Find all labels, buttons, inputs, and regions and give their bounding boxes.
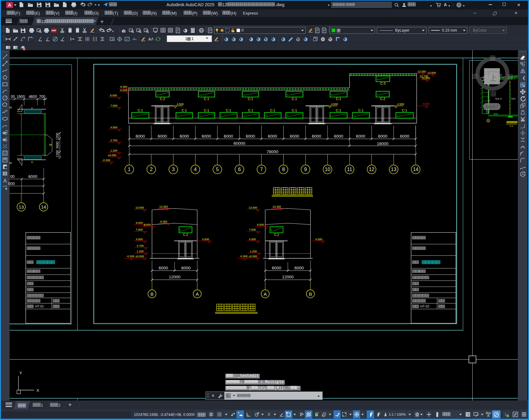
svg-text:-0.300: -0.300	[240, 255, 248, 258]
svg-text:±0.000: ±0.000	[249, 255, 257, 258]
svg-text:C.n: C.n	[510, 125, 513, 127]
svg-text:C-2: C-2	[380, 97, 385, 101]
svg-text:5: 5	[216, 167, 219, 172]
svg-text:13: 13	[19, 204, 24, 210]
svg-text:DWF: DWF	[51, 29, 57, 32]
svg-text:GJL-Z: GJL-Z	[495, 97, 502, 100]
svg-text:1200: 1200	[55, 133, 59, 140]
svg-text:13.350: 13.350	[272, 205, 281, 208]
svg-text:6000: 6000	[159, 266, 168, 270]
svg-text:6000: 6000	[272, 266, 281, 270]
svg-text:6000: 6000	[268, 134, 277, 139]
svg-text:6000: 6000	[312, 134, 321, 139]
svg-text:1: 1	[128, 167, 131, 172]
svg-text:14: 14	[413, 167, 418, 172]
svg-text:C: C	[31, 161, 33, 164]
svg-text:8: 8	[282, 167, 285, 172]
svg-text:HT-01: HT-01	[35, 304, 44, 308]
svg-text:M: M	[9, 161, 12, 165]
svg-text:6000: 6000	[294, 266, 304, 270]
svg-text:6000: 6000	[158, 134, 167, 139]
svg-text:A: A	[264, 291, 267, 297]
svg-text:6000: 6000	[334, 134, 343, 139]
svg-text:78000: 78000	[267, 149, 278, 154]
svg-text:6000: 6000	[356, 134, 365, 139]
svg-text:B: B	[150, 291, 153, 297]
svg-text:+: +	[313, 36, 315, 38]
svg-text:2.700: 2.700	[110, 139, 117, 142]
svg-text:A: A	[148, 37, 151, 42]
svg-text:8.500: 8.500	[257, 223, 264, 226]
svg-text:6000: 6000	[246, 134, 255, 139]
svg-text:4.500: 4.500	[110, 126, 117, 129]
svg-text:6000: 6000	[378, 134, 387, 139]
svg-text:9: 9	[304, 167, 307, 172]
svg-text:X: X	[37, 388, 39, 393]
svg-text:13.000: 13.000	[427, 71, 436, 74]
svg-text:C-1: C-1	[336, 108, 341, 112]
svg-text:6000: 6000	[202, 134, 211, 139]
svg-text:8.500: 8.500	[144, 223, 151, 226]
svg-text:8.500: 8.500	[120, 89, 127, 92]
svg-text:C-1: C-1	[204, 97, 209, 101]
svg-text:12: 12	[369, 167, 374, 172]
svg-text:M: M	[9, 106, 12, 109]
svg-text:C-1: C-1	[270, 108, 276, 112]
svg-text:4.500: 4.500	[249, 238, 256, 241]
svg-text:C-1: C-1	[182, 108, 187, 112]
svg-text:14: 14	[41, 204, 46, 210]
svg-text:4600: 4600	[29, 95, 37, 99]
svg-text:C-1: C-1	[248, 108, 253, 112]
svg-text:4.500: 4.500	[422, 102, 430, 105]
svg-text:7: 7	[260, 167, 263, 172]
svg-text:±0.000: ±0.000	[108, 154, 116, 157]
svg-text:C-2: C-2	[183, 233, 188, 237]
svg-text:2: 2	[150, 167, 153, 172]
svg-text:6000: 6000	[180, 134, 189, 139]
svg-text:6000: 6000	[136, 134, 145, 139]
svg-text:11: 11	[347, 167, 352, 172]
svg-text:00: 00	[11, 95, 15, 99]
svg-text:4.500: 4.500	[397, 103, 404, 106]
svg-text:Y: Y	[20, 371, 22, 375]
svg-text:9.000: 9.000	[136, 221, 143, 224]
svg-text:13: 13	[391, 167, 396, 172]
svg-text:C-1: C-1	[204, 108, 209, 112]
svg-text:C-1: C-1	[292, 108, 297, 112]
svg-text:4: 4	[194, 167, 197, 172]
svg-text:60000: 60000	[234, 141, 245, 146]
svg-text:C-1: C-1	[292, 97, 297, 101]
svg-text:7.000: 7.000	[249, 228, 256, 231]
svg-text:6000: 6000	[224, 134, 233, 139]
svg-text:1900: 1900	[17, 95, 25, 99]
svg-text:C-1: C-1	[402, 108, 407, 112]
svg-text:700: 700	[39, 95, 45, 99]
svg-text:6000: 6000	[29, 174, 37, 179]
svg-text:?: ?	[200, 29, 202, 33]
svg-text:12000: 12000	[282, 275, 294, 279]
svg-text:R: R	[487, 120, 489, 122]
svg-text:C-3: C-3	[380, 82, 386, 85]
svg-text:-0.300: -0.300	[102, 159, 110, 162]
svg-text:6: 6	[238, 167, 241, 172]
svg-text:C-1: C-1	[138, 108, 143, 112]
svg-text:9.350: 9.350	[160, 220, 167, 223]
svg-text:9.350: 9.350	[120, 85, 127, 88]
svg-text:10: 10	[325, 167, 330, 172]
svg-text:4.500: 4.500	[315, 238, 322, 241]
svg-text:18000: 18000	[377, 141, 389, 146]
svg-text:?: ?	[458, 3, 460, 7]
svg-text:1200: 1200	[55, 150, 59, 157]
svg-text:13.350: 13.350	[159, 205, 168, 208]
svg-text:13.000: 13.000	[135, 206, 144, 209]
svg-text:HT-02: HT-02	[421, 304, 430, 308]
svg-text:6000: 6000	[181, 266, 191, 270]
svg-text:M: M	[49, 143, 52, 146]
svg-text:±0.000: ±0.000	[135, 255, 144, 258]
svg-text:3600: 3600	[55, 141, 59, 149]
svg-text:2.700: 2.700	[137, 244, 144, 247]
svg-text:A: A	[196, 291, 199, 297]
svg-text:6000: 6000	[290, 134, 299, 139]
svg-text:00: 00	[10, 174, 15, 179]
svg-text:3: 3	[172, 167, 175, 172]
